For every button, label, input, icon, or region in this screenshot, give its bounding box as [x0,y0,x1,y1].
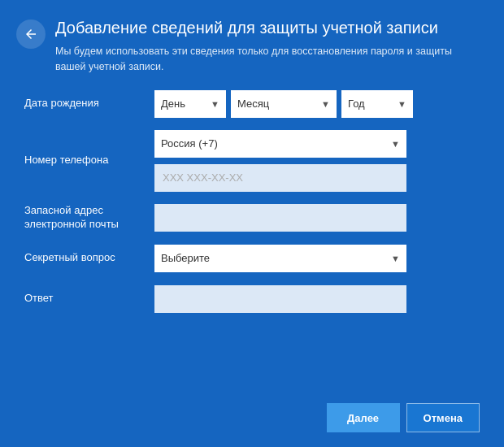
secret-row: Секретный вопрос Выберите ▼ [24,244,480,273]
cancel-button[interactable]: Отмена [406,403,480,432]
phone-label: Номер телефона [24,154,154,167]
month-arrow-icon: ▼ [321,99,330,109]
main-window: Добавление сведений для защиты учетной з… [0,0,504,447]
secret-label: Секретный вопрос [24,251,154,265]
answer-controls [154,285,480,313]
phone-arrow-icon: ▼ [391,139,400,149]
year-text: Год [348,98,365,110]
month-text: Месяц [237,98,269,110]
dob-row: Дата рождения День ▼ Месяц ▼ Год ▼ [24,89,480,119]
answer-label: Ответ [24,292,154,306]
year-dropdown[interactable]: Год ▼ [341,90,413,118]
phone-controls: Россия (+7) ▼ [154,130,480,192]
month-dropdown[interactable]: Месяц ▼ [231,90,337,118]
secret-arrow-icon: ▼ [391,254,400,263]
page-subtitle: Мы будем использовать эти сведения тольк… [55,44,462,75]
phone-country-text: Россия (+7) [161,137,218,150]
phone-row: Номер телефона Россия (+7) ▼ [24,130,480,192]
dob-controls: День ▼ Месяц ▼ Год ▼ [154,90,480,118]
header: Добавление сведений для защиты учетной з… [0,0,504,83]
day-arrow-icon: ▼ [211,99,219,109]
answer-input[interactable] [154,285,406,313]
answer-row: Ответ [24,284,480,314]
day-dropdown[interactable]: День ▼ [154,90,226,118]
page-title: Добавление сведений для защиты учетной з… [55,18,480,37]
email-row: Запасной адрес электронной почты [24,203,480,232]
secret-text: Выберите [161,252,210,264]
secret-controls: Выберите ▼ [154,245,480,272]
email-controls [154,204,480,232]
email-label: Запасной адрес электронной почты [24,204,154,232]
title-block: Добавление сведений для защиты учетной з… [55,18,480,75]
footer: Далее Отмена [0,395,504,447]
email-input[interactable] [154,204,406,232]
year-arrow-icon: ▼ [398,99,406,109]
phone-input[interactable] [154,164,406,192]
dob-label: Дата рождения [24,97,154,111]
day-text: День [161,98,185,110]
phone-country-dropdown[interactable]: Россия (+7) ▼ [154,130,406,158]
next-button[interactable]: Далее [327,403,400,432]
back-button[interactable] [16,20,46,49]
secret-question-dropdown[interactable]: Выберите ▼ [154,245,406,272]
form-area: Дата рождения День ▼ Месяц ▼ Год ▼ Номер… [0,83,504,396]
